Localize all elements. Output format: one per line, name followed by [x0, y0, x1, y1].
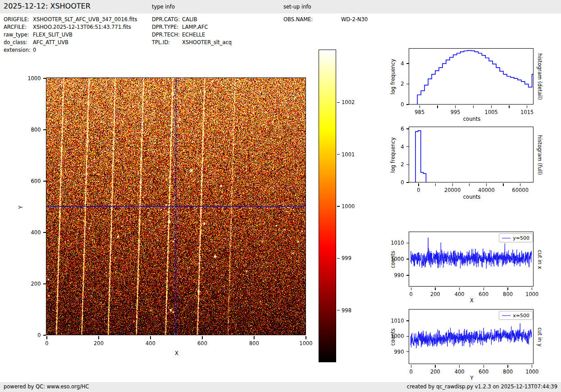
tick-mark — [532, 365, 532, 368]
tick-label: 200 — [18, 280, 41, 287]
tick-label: 0 — [403, 187, 434, 194]
info-row: raw_type:FLEX_SLIT_UVB — [4, 31, 137, 39]
tick-mark — [406, 146, 409, 147]
tick-label: 1000 — [342, 203, 364, 210]
footer-credit-right: created by qc_rawdisp.py v1.2.3 on 2025-… — [407, 383, 557, 390]
tick-label: 1000 — [382, 255, 404, 263]
tick-mark — [406, 84, 409, 84]
tick-label: 1015 — [511, 109, 543, 116]
tick-mark — [337, 206, 340, 206]
tick-mark — [43, 129, 46, 130]
legend-line-sample — [502, 238, 511, 238]
tick-mark — [527, 105, 527, 108]
tick-label: 200 — [83, 340, 114, 347]
tick-label: 800 — [18, 126, 41, 133]
info-row: DPR.TECH:ECHELLE — [152, 31, 232, 39]
tick-label: 40000 — [470, 187, 502, 194]
tick-mark — [406, 336, 409, 337]
main-yaxis-label: Y — [18, 205, 24, 209]
histogram-full-right-label: histogram (full) — [537, 135, 543, 175]
tick-mark — [532, 287, 532, 290]
colorbar — [319, 50, 336, 362]
histogram-detail-right-label: histogram (detail) — [537, 53, 543, 100]
tick-label: 1000 — [382, 333, 404, 340]
tick-mark — [43, 335, 46, 335]
tick-mark — [406, 243, 409, 243]
tick-mark — [337, 102, 340, 103]
main-xaxis-label: X — [175, 350, 178, 356]
histogram-detail-xaxis-label: counts — [463, 116, 480, 122]
info-value: LAMP,AFC — [182, 23, 208, 31]
tick-mark — [469, 183, 470, 186]
tick-mark — [418, 183, 419, 186]
cut-in-x-legend: y=500 — [499, 233, 533, 242]
info-label: ARCFILE: — [4, 23, 33, 31]
tick-mark — [509, 105, 509, 108]
info-row: DPR.CATG:CALIB — [152, 16, 232, 23]
tick-mark — [435, 365, 435, 368]
tick-label: 1010 — [382, 239, 404, 246]
tick-label: 1010 — [382, 317, 404, 324]
info-value: ECHELLE — [182, 31, 205, 39]
tick-label: 1000 — [290, 340, 322, 347]
type-info-heading: type info — [152, 4, 175, 10]
setup-info-heading: set-up info — [283, 4, 311, 10]
tick-mark — [202, 336, 202, 339]
info-label: DPR.TECH: — [152, 31, 182, 39]
tick-label: 600 — [18, 178, 41, 185]
file-info-block: ORIGFILE:XSHOOTER_SLT_AFC_UVB_347_0016.f… — [4, 16, 137, 54]
tick-mark — [437, 105, 438, 108]
tick-label: 2 — [382, 80, 404, 87]
histogram-full-xaxis-label: counts — [463, 194, 480, 200]
tick-mark — [491, 105, 492, 108]
type-info-block: DPR.CATG:CALIBDPR.TYPE:LAMP,AFCDPR.TECH:… — [152, 16, 232, 46]
legend-label: x=500 — [513, 313, 529, 319]
tick-mark — [435, 183, 436, 186]
tick-mark — [483, 287, 484, 290]
tick-mark — [254, 336, 254, 339]
colorbar-canvas — [319, 50, 336, 362]
info-row: ORIGFILE:XSHOOTER_SLT_AFC_UVB_347_0016.f… — [4, 16, 137, 23]
histogram-full-plot — [409, 127, 534, 182]
tick-label: 990 — [382, 272, 404, 279]
qc-report-page: 2025-12-12: XSHOOTER type info set-up in… — [0, 0, 561, 392]
info-label: do_class: — [4, 39, 33, 46]
tick-label: 400 — [18, 229, 41, 236]
info-label: TPL.ID: — [152, 39, 182, 46]
legend-label: y=500 — [513, 235, 529, 241]
legend-line-sample — [502, 315, 511, 316]
page-title: 2025-12-12: XSHOOTER — [4, 2, 91, 10]
info-value: XSHOOTER_slt_acq — [182, 39, 232, 46]
tick-label: 985 — [404, 109, 435, 116]
tick-label: 2 — [382, 161, 404, 168]
tick-mark — [406, 182, 409, 182]
tick-label: 0 — [18, 332, 41, 339]
tick-mark — [98, 336, 99, 339]
tick-mark — [43, 181, 46, 181]
tick-label: 1005 — [475, 109, 507, 116]
info-label: ORIGFILE: — [4, 16, 33, 23]
tick-mark — [483, 365, 484, 368]
main-image-canvas — [46, 78, 306, 335]
tick-label: 1001 — [342, 151, 364, 158]
cut-in-y-legend: x=500 — [499, 311, 533, 320]
tick-mark — [459, 365, 460, 368]
info-label: extension: — [4, 46, 33, 54]
info-value: CALIB — [182, 16, 197, 23]
footer-band: powered by QC: www.eso.org/HC created by… — [0, 382, 561, 392]
tick-mark — [46, 336, 47, 339]
cut-in-x-right-label: cut in x — [537, 250, 543, 269]
info-value: XSHOO.2025-12-13T06:51:43.771.fits — [33, 23, 131, 31]
tick-mark — [507, 287, 508, 290]
tick-label: 1000 — [516, 368, 548, 375]
header-band: 2025-12-12: XSHOOTER type info set-up in… — [0, 0, 561, 14]
tick-mark — [486, 183, 487, 186]
info-value: AFC_ATT_UVB — [33, 39, 68, 46]
tick-label: 800 — [238, 340, 270, 347]
tick-label: 60000 — [505, 187, 536, 194]
tick-mark — [455, 105, 456, 108]
tick-label: 0 — [382, 101, 404, 108]
tick-label: 400 — [135, 340, 166, 347]
cut-in-x-xaxis-label: X — [470, 297, 474, 304]
tick-label: 1000 — [18, 75, 41, 82]
